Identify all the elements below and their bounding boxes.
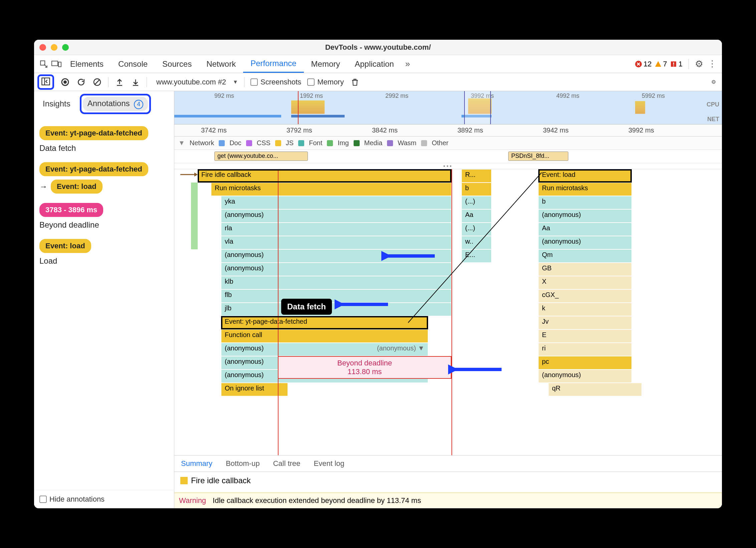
tab-memory[interactable]: Memory: [304, 55, 348, 73]
minimize-window-button[interactable]: [51, 44, 57, 51]
flame-bar[interactable]: (anonymous): [538, 236, 632, 249]
flame-bar[interactable]: (anonymous): [221, 263, 451, 276]
close-window-button[interactable]: [39, 44, 46, 51]
details-tab-call-tree[interactable]: Call tree: [273, 459, 301, 468]
annotation-item[interactable]: Event: yt-page-data-fetched→Event: load: [39, 162, 169, 194]
tab-elements[interactable]: Elements: [63, 55, 111, 73]
flame-bar[interactable]: Aa: [461, 209, 492, 223]
annotation-chip: 3783 - 3896 ms: [39, 203, 103, 217]
flame-bar[interactable]: (anonymous): [221, 209, 451, 223]
details-tab-bottom-up[interactable]: Bottom-up: [226, 459, 260, 468]
tab-performance[interactable]: Performance: [243, 55, 304, 73]
capture-settings-icon[interactable]: ⚙: [709, 77, 719, 87]
flame-bar[interactable]: Qm: [538, 249, 632, 263]
flame-bar[interactable]: (anonymous): [538, 209, 632, 223]
network-track[interactable]: get (www.youtube.co...PSDnSI_8fd...: [174, 150, 722, 163]
flame-bar[interactable]: Event: load: [538, 169, 632, 183]
annotation-item[interactable]: Event: yt-page-data-fetchedData fetch: [39, 126, 169, 153]
screenshots-checkbox[interactable]: Screenshots: [250, 78, 301, 86]
window-title: DevTools - www.youtube.com/: [325, 43, 431, 52]
flame-bar[interactable]: E...: [461, 249, 492, 263]
legend-label: Wasm: [398, 139, 416, 147]
tab-network[interactable]: Network: [199, 55, 243, 73]
toggle-sidebar-button[interactable]: [37, 74, 54, 90]
svg-line-12: [95, 80, 100, 84]
details-tab-summary[interactable]: Summary: [181, 459, 212, 468]
recording-select[interactable]: www.youtube.com #2: [153, 76, 233, 88]
flame-bar[interactable]: Jv: [538, 316, 632, 329]
flame-bar[interactable]: b: [538, 196, 632, 209]
warning-message: Warning Idle callback execution extended…: [174, 493, 722, 508]
flame-bar[interactable]: k: [538, 303, 632, 316]
flame-bar[interactable]: yka: [221, 196, 451, 209]
annotation-item[interactable]: Event: loadLoad: [39, 239, 169, 266]
flame-bar[interactable]: rla: [221, 223, 451, 236]
kebab-menu-icon[interactable]: ⋮: [706, 59, 719, 69]
overview-timeline[interactable]: 992 ms1992 ms2992 ms3992 ms4992 ms5992 m…: [174, 91, 722, 124]
legend-swatch: [246, 140, 252, 146]
hide-annotations-checkbox[interactable]: Hide annotations: [39, 495, 169, 504]
tab-console[interactable]: Console: [111, 55, 155, 73]
inspect-icon[interactable]: [37, 60, 50, 68]
more-tabs-icon[interactable]: »: [401, 59, 414, 69]
flame-bar[interactable]: vla: [221, 236, 451, 249]
flame-bar[interactable]: (anonymous): [538, 369, 632, 383]
issue-count[interactable]: 1: [670, 60, 683, 68]
reload-record-button[interactable]: [76, 77, 86, 87]
gc-icon[interactable]: [350, 77, 360, 87]
flame-bar[interactable]: GB: [538, 263, 632, 276]
flame-bar[interactable]: X: [538, 276, 632, 289]
flame-bar[interactable]: jlb: [221, 303, 451, 316]
flame-bar[interactable]: Run microtasks: [538, 183, 632, 196]
tab-insights[interactable]: Insights: [38, 97, 75, 110]
upload-icon[interactable]: [115, 77, 125, 87]
flame-bar[interactable]: (anonymous): [221, 249, 451, 263]
flame-bar[interactable]: (...): [461, 196, 492, 209]
tab-annotations[interactable]: Annotations 4: [83, 97, 148, 111]
time-ruler[interactable]: 3742 ms3792 ms3842 ms3892 ms3942 ms3992 …: [174, 124, 722, 136]
legend-swatch: [275, 140, 281, 146]
flame-bar[interactable]: qR: [548, 383, 642, 396]
flame-chart[interactable]: Data fetch Load Beyond deadline 113.80 m…: [174, 169, 722, 455]
flame-bar[interactable]: (anonymous) (anonymous) ▼: [221, 343, 428, 356]
tab-application[interactable]: Application: [347, 55, 401, 73]
flame-bar[interactable]: Event: yt-page-data-fetched: [221, 316, 428, 329]
details-tab-event-log[interactable]: Event log: [314, 459, 345, 468]
flame-bar[interactable]: E: [538, 329, 632, 343]
summary-title: Fire idle callback: [191, 476, 251, 485]
flame-bar[interactable]: cGX_: [538, 289, 632, 303]
flame-bar[interactable]: Function call: [221, 329, 428, 343]
flame-bar[interactable]: R...: [461, 169, 492, 183]
dropdown-icon: ▼: [233, 79, 238, 85]
download-icon[interactable]: [131, 77, 141, 87]
ruler-tick: 3942 ms: [543, 126, 569, 134]
legend-label: Other: [432, 139, 448, 147]
flame-bar[interactable]: (...): [461, 223, 492, 236]
network-request-bar[interactable]: get (www.youtube.co...: [214, 152, 308, 161]
flame-bar[interactable]: pc: [538, 356, 632, 369]
flame-bar[interactable]: b: [461, 183, 492, 196]
flame-bar[interactable]: ri: [538, 343, 632, 356]
settings-icon[interactable]: ⚙: [695, 58, 703, 69]
fullscreen-window-button[interactable]: [62, 44, 69, 51]
flame-bar[interactable]: flb: [221, 289, 451, 303]
tab-sources[interactable]: Sources: [155, 55, 199, 73]
flame-bar[interactable]: klb: [221, 276, 451, 289]
track-expand-dots[interactable]: •••: [174, 163, 722, 169]
annotation-chip: Event: load: [51, 180, 103, 194]
flame-bar[interactable]: Run microtasks: [211, 183, 451, 196]
warning-count[interactable]: 7: [654, 60, 667, 68]
clear-icon[interactable]: [92, 77, 102, 87]
memory-checkbox[interactable]: Memory: [307, 78, 344, 86]
device-toolbar-icon[interactable]: [50, 60, 63, 68]
legend-label: CSS: [257, 139, 270, 147]
flame-bar[interactable]: w..: [461, 236, 492, 249]
network-track-header[interactable]: ▼ Network DocCSSJSFontImgMediaWasmOther: [174, 136, 722, 150]
annotation-item[interactable]: 3783 - 3896 msBeyond deadline: [39, 203, 169, 230]
flame-bar[interactable]: Fire idle callback: [198, 169, 451, 183]
network-request-bar[interactable]: PSDnSI_8fd...: [508, 152, 568, 161]
flame-bar[interactable]: Aa: [538, 223, 632, 236]
error-count[interactable]: 12: [635, 60, 651, 68]
legend-label: Font: [309, 139, 322, 147]
record-button[interactable]: [60, 77, 70, 87]
